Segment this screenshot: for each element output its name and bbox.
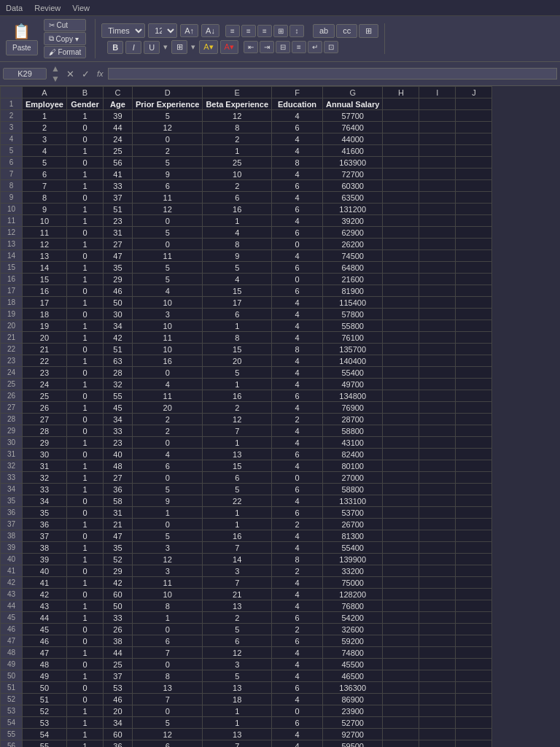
cell-i28[interactable] [419,414,456,425]
font-grow-button[interactable]: A↑ [180,24,198,37]
cell-c45[interactable]: 33 [103,612,132,624]
cell-g44[interactable]: 76800 [323,600,383,612]
cell-a17[interactable]: 16 [23,285,67,297]
cell-j51[interactable] [456,682,492,694]
cell-a25[interactable]: 24 [23,379,67,390]
cell-j7[interactable] [456,169,492,180]
cell-j13[interactable] [456,239,492,250]
cell-j15[interactable] [456,262,492,274]
cell-d52[interactable]: 7 [132,694,202,705]
cell-g38[interactable]: 81300 [323,530,383,542]
cell-i40[interactable] [419,554,456,565]
formula-input[interactable] [108,68,557,80]
cell-h47[interactable] [383,635,419,647]
cell-b19[interactable]: 0 [66,309,103,320]
cell-i3[interactable] [419,122,456,133]
cell-c47[interactable]: 38 [103,635,132,647]
cell-h31[interactable] [383,449,419,460]
cell-c38[interactable]: 47 [103,530,132,542]
copy-button[interactable]: ⧉ Copy ▾ [44,32,87,45]
cell-f12[interactable]: 6 [272,227,323,239]
cell-f43[interactable]: 4 [272,589,323,600]
cell-i20[interactable] [419,320,456,332]
confirm-formula-button[interactable]: ✓ [79,69,92,80]
cell-a40[interactable]: 39 [23,554,67,565]
extra-align-button[interactable]: ≡ [292,41,306,53]
cell-a26[interactable]: 25 [23,390,67,402]
cell-c33[interactable]: 27 [103,472,132,484]
cell-e39[interactable]: 7 [203,542,272,554]
cell-d45[interactable]: 1 [132,612,202,624]
cell-h37[interactable] [383,519,419,530]
cell-c21[interactable]: 42 [103,332,132,344]
cell-h14[interactable] [383,250,419,262]
cell-d31[interactable]: 4 [132,449,202,460]
cell-b53[interactable]: 1 [66,705,103,717]
cell-i35[interactable] [419,495,456,507]
cell-h33[interactable] [383,472,419,484]
cell-b17[interactable]: 0 [66,285,103,297]
cell-b22[interactable]: 0 [66,344,103,355]
cell-reference-input[interactable] [3,68,47,80]
cell-c50[interactable]: 37 [103,670,132,682]
cell-a30[interactable]: 29 [23,437,67,449]
align-center-button[interactable]: ≡ [241,25,256,37]
cell-g54[interactable]: 52700 [323,717,383,729]
cell-f3[interactable]: 6 [272,122,323,133]
cell-b15[interactable]: 1 [66,262,103,274]
indent-increase-button[interactable]: ⇥ [260,41,274,53]
cell-c44[interactable]: 50 [103,600,132,612]
cell-f22[interactable]: 8 [272,344,323,355]
cell-i38[interactable] [419,530,456,542]
cell-b42[interactable]: 1 [66,577,103,589]
cell-e30[interactable]: 1 [203,437,272,449]
cell-a22[interactable]: 21 [23,344,67,355]
cell-e31[interactable]: 13 [203,449,272,460]
cell-h46[interactable] [383,624,419,635]
cell-j21[interactable] [456,332,492,344]
cell-j28[interactable] [456,414,492,425]
cell-a32[interactable]: 31 [23,460,67,472]
cell-i1[interactable] [419,98,456,110]
cell-j30[interactable] [456,437,492,449]
cell-h3[interactable] [383,122,419,133]
cell-h30[interactable] [383,437,419,449]
cell-g55[interactable]: 92700 [323,729,383,740]
cell-a1[interactable]: Employee [23,98,67,110]
cell-e14[interactable]: 9 [203,250,272,262]
cell-e17[interactable]: 15 [203,285,272,297]
font-color-button[interactable]: A▾ [220,40,238,54]
cell-j23[interactable] [456,355,492,367]
cell-e16[interactable]: 4 [203,274,272,285]
cell-f46[interactable]: 2 [272,624,323,635]
cell-i26[interactable] [419,390,456,402]
cell-g3[interactable]: 76400 [323,122,383,133]
cell-f48[interactable]: 4 [272,647,323,659]
cell-a53[interactable]: 52 [23,705,67,717]
cell-j20[interactable] [456,320,492,332]
cell-c12[interactable]: 31 [103,227,132,239]
cell-c10[interactable]: 51 [103,204,132,215]
cell-i22[interactable] [419,344,456,355]
cell-c4[interactable]: 24 [103,133,132,145]
cell-h26[interactable] [383,390,419,402]
cell-d28[interactable]: 2 [132,414,202,425]
cell-g33[interactable]: 27000 [323,472,383,484]
cell-a20[interactable]: 19 [23,320,67,332]
cell-i54[interactable] [419,717,456,729]
cell-a6[interactable]: 5 [23,157,67,169]
cell-f27[interactable]: 4 [272,402,323,414]
cell-e2[interactable]: 12 [203,110,272,122]
cell-j5[interactable] [456,145,492,157]
cell-i29[interactable] [419,425,456,437]
cell-h41[interactable] [383,565,419,577]
format-button[interactable]: 🖌 Format [44,46,87,58]
cell-c37[interactable]: 21 [103,519,132,530]
cell-a27[interactable]: 26 [23,402,67,414]
cell-j24[interactable] [456,367,492,379]
cell-j47[interactable] [456,635,492,647]
cell-a14[interactable]: 13 [23,250,67,262]
cell-c20[interactable]: 34 [103,320,132,332]
cell-b20[interactable]: 1 [66,320,103,332]
cell-f40[interactable]: 8 [272,554,323,565]
